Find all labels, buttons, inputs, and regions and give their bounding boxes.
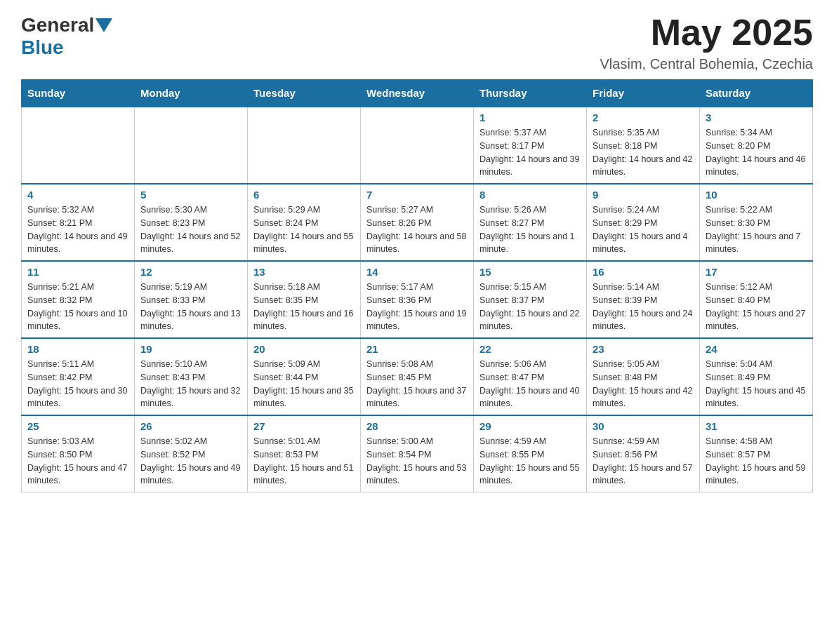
day-number: 10 — [706, 189, 807, 201]
day-info: Sunrise: 5:12 AMSunset: 8:40 PMDaylight:… — [706, 281, 807, 333]
calendar-cell: 2Sunrise: 5:35 AMSunset: 8:18 PMDaylight… — [587, 107, 700, 184]
day-number: 24 — [706, 343, 807, 355]
calendar-cell — [248, 107, 361, 184]
week-row-4: 18Sunrise: 5:11 AMSunset: 8:42 PMDayligh… — [22, 338, 813, 415]
calendar-cell: 8Sunrise: 5:26 AMSunset: 8:27 PMDaylight… — [474, 184, 587, 261]
day-info: Sunrise: 5:02 AMSunset: 8:52 PMDaylight:… — [140, 435, 241, 488]
logo-triangle-icon — [95, 18, 112, 32]
calendar-header-tuesday: Tuesday — [248, 80, 361, 107]
day-info: Sunrise: 5:10 AMSunset: 8:43 PMDaylight:… — [140, 358, 241, 410]
calendar-header-row: SundayMondayTuesdayWednesdayThursdayFrid… — [22, 80, 813, 107]
day-info: Sunrise: 5:32 AMSunset: 8:21 PMDaylight:… — [27, 203, 128, 256]
day-number: 12 — [140, 266, 241, 278]
calendar-cell: 31Sunrise: 4:58 AMSunset: 8:57 PMDayligh… — [700, 415, 813, 492]
day-number: 27 — [253, 420, 355, 432]
day-number: 17 — [706, 266, 807, 278]
week-row-2: 4Sunrise: 5:32 AMSunset: 8:21 PMDaylight… — [22, 184, 813, 261]
day-info: Sunrise: 5:11 AMSunset: 8:42 PMDaylight:… — [27, 358, 128, 410]
day-number: 26 — [140, 420, 241, 432]
calendar-header-sunday: Sunday — [22, 80, 135, 107]
location-subtitle: Vlasim, Central Bohemia, Czechia — [600, 56, 813, 72]
day-info: Sunrise: 5:14 AMSunset: 8:39 PMDaylight:… — [593, 281, 694, 333]
day-number: 9 — [593, 189, 694, 201]
calendar-cell: 5Sunrise: 5:30 AMSunset: 8:23 PMDaylight… — [135, 184, 248, 261]
day-number: 23 — [593, 343, 694, 355]
day-number: 29 — [479, 420, 581, 432]
calendar-cell: 23Sunrise: 5:05 AMSunset: 8:48 PMDayligh… — [587, 338, 700, 415]
calendar-cell: 30Sunrise: 4:59 AMSunset: 8:56 PMDayligh… — [587, 415, 700, 492]
calendar-cell — [361, 107, 474, 184]
calendar-cell: 10Sunrise: 5:22 AMSunset: 8:30 PMDayligh… — [700, 184, 813, 261]
calendar-header-saturday: Saturday — [700, 80, 813, 107]
day-number: 3 — [706, 112, 807, 123]
day-info: Sunrise: 5:19 AMSunset: 8:33 PMDaylight:… — [140, 281, 241, 333]
day-info: Sunrise: 5:04 AMSunset: 8:49 PMDaylight:… — [706, 358, 807, 410]
calendar-table: SundayMondayTuesdayWednesdayThursdayFrid… — [21, 79, 813, 492]
day-number: 28 — [366, 420, 468, 432]
day-info: Sunrise: 5:08 AMSunset: 8:45 PMDaylight:… — [366, 358, 468, 410]
calendar-cell: 27Sunrise: 5:01 AMSunset: 8:53 PMDayligh… — [248, 415, 361, 492]
calendar-cell: 7Sunrise: 5:27 AMSunset: 8:26 PMDaylight… — [361, 184, 474, 261]
calendar-cell: 25Sunrise: 5:03 AMSunset: 8:50 PMDayligh… — [22, 415, 135, 492]
day-number: 30 — [593, 420, 694, 432]
calendar-cell: 6Sunrise: 5:29 AMSunset: 8:24 PMDaylight… — [248, 184, 361, 261]
calendar-cell: 9Sunrise: 5:24 AMSunset: 8:29 PMDaylight… — [587, 184, 700, 261]
week-row-3: 11Sunrise: 5:21 AMSunset: 8:32 PMDayligh… — [22, 261, 813, 338]
day-number: 6 — [253, 189, 355, 201]
calendar-cell — [135, 107, 248, 184]
day-number: 5 — [140, 189, 241, 201]
day-info: Sunrise: 5:26 AMSunset: 8:27 PMDaylight:… — [479, 203, 581, 256]
day-info: Sunrise: 5:05 AMSunset: 8:48 PMDaylight:… — [593, 358, 694, 410]
day-number: 21 — [366, 343, 468, 355]
day-number: 15 — [479, 266, 581, 278]
day-number: 16 — [593, 266, 694, 278]
calendar-cell: 4Sunrise: 5:32 AMSunset: 8:21 PMDaylight… — [22, 184, 135, 261]
calendar-header-thursday: Thursday — [474, 80, 587, 107]
week-row-1: 1Sunrise: 5:37 AMSunset: 8:17 PMDaylight… — [22, 107, 813, 184]
day-number: 4 — [27, 189, 128, 201]
day-number: 8 — [479, 189, 581, 201]
day-number: 11 — [27, 266, 128, 278]
calendar-cell: 13Sunrise: 5:18 AMSunset: 8:35 PMDayligh… — [248, 261, 361, 338]
calendar-cell: 15Sunrise: 5:15 AMSunset: 8:37 PMDayligh… — [474, 261, 587, 338]
calendar-cell: 14Sunrise: 5:17 AMSunset: 8:36 PMDayligh… — [361, 261, 474, 338]
day-info: Sunrise: 5:22 AMSunset: 8:30 PMDaylight:… — [706, 203, 807, 256]
day-number: 7 — [366, 189, 468, 201]
calendar-cell: 1Sunrise: 5:37 AMSunset: 8:17 PMDaylight… — [474, 107, 587, 184]
calendar-header-monday: Monday — [135, 80, 248, 107]
calendar-cell: 11Sunrise: 5:21 AMSunset: 8:32 PMDayligh… — [22, 261, 135, 338]
day-number: 1 — [479, 112, 581, 123]
month-year-title: May 2025 — [600, 14, 813, 51]
calendar-cell: 28Sunrise: 5:00 AMSunset: 8:54 PMDayligh… — [361, 415, 474, 492]
day-info: Sunrise: 5:27 AMSunset: 8:26 PMDaylight:… — [366, 203, 468, 256]
day-info: Sunrise: 5:30 AMSunset: 8:23 PMDaylight:… — [140, 203, 241, 256]
day-info: Sunrise: 5:17 AMSunset: 8:36 PMDaylight:… — [366, 281, 468, 333]
day-number: 13 — [253, 266, 355, 278]
calendar-cell — [22, 107, 135, 184]
day-info: Sunrise: 4:59 AMSunset: 8:56 PMDaylight:… — [593, 435, 694, 488]
day-info: Sunrise: 5:09 AMSunset: 8:44 PMDaylight:… — [253, 358, 355, 410]
day-info: Sunrise: 5:00 AMSunset: 8:54 PMDaylight:… — [366, 435, 468, 488]
day-info: Sunrise: 5:29 AMSunset: 8:24 PMDaylight:… — [253, 203, 355, 256]
day-info: Sunrise: 5:24 AMSunset: 8:29 PMDaylight:… — [593, 203, 694, 256]
logo: General Blue — [21, 14, 114, 59]
day-number: 14 — [366, 266, 468, 278]
day-info: Sunrise: 5:34 AMSunset: 8:20 PMDaylight:… — [706, 126, 807, 179]
day-info: Sunrise: 5:18 AMSunset: 8:35 PMDaylight:… — [253, 281, 355, 333]
calendar-cell: 3Sunrise: 5:34 AMSunset: 8:20 PMDaylight… — [700, 107, 813, 184]
calendar-cell: 21Sunrise: 5:08 AMSunset: 8:45 PMDayligh… — [361, 338, 474, 415]
day-info: Sunrise: 5:35 AMSunset: 8:18 PMDaylight:… — [593, 126, 694, 179]
calendar-cell: 22Sunrise: 5:06 AMSunset: 8:47 PMDayligh… — [474, 338, 587, 415]
day-info: Sunrise: 5:06 AMSunset: 8:47 PMDaylight:… — [479, 358, 581, 410]
calendar-cell: 18Sunrise: 5:11 AMSunset: 8:42 PMDayligh… — [22, 338, 135, 415]
day-number: 25 — [27, 420, 128, 432]
day-number: 31 — [706, 420, 807, 432]
day-info: Sunrise: 5:21 AMSunset: 8:32 PMDaylight:… — [27, 281, 128, 333]
week-row-5: 25Sunrise: 5:03 AMSunset: 8:50 PMDayligh… — [22, 415, 813, 492]
day-number: 20 — [253, 343, 355, 355]
day-number: 18 — [27, 343, 128, 355]
day-info: Sunrise: 5:01 AMSunset: 8:53 PMDaylight:… — [253, 435, 355, 488]
day-info: Sunrise: 4:58 AMSunset: 8:57 PMDaylight:… — [706, 435, 807, 488]
calendar-cell: 29Sunrise: 4:59 AMSunset: 8:55 PMDayligh… — [474, 415, 587, 492]
calendar-cell: 12Sunrise: 5:19 AMSunset: 8:33 PMDayligh… — [135, 261, 248, 338]
